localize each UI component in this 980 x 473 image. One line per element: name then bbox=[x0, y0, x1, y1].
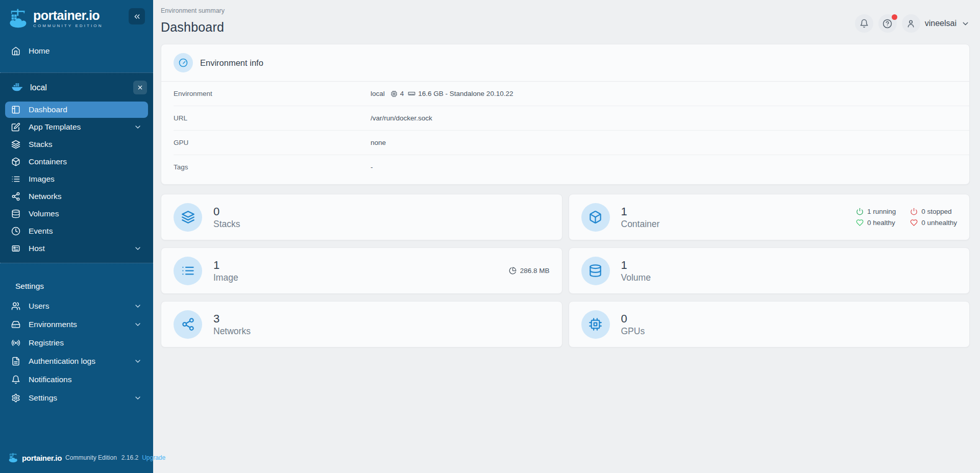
sidebar-item-authentication-logs[interactable]: Authentication logs bbox=[5, 353, 148, 369]
sidebar-item-label: Settings bbox=[29, 393, 57, 403]
sidebar-item-host[interactable]: Host bbox=[5, 240, 148, 257]
sidebar-item-networks[interactable]: Networks bbox=[5, 188, 148, 205]
heart-icon bbox=[856, 219, 864, 227]
info-value: local 4 16.6 GB - Standalone 20.10.22 bbox=[371, 90, 513, 97]
stacks-label: Stacks bbox=[213, 219, 240, 230]
image-label: Image bbox=[213, 272, 238, 283]
close-icon bbox=[137, 84, 143, 91]
list-icon bbox=[181, 264, 195, 278]
radio-icon bbox=[11, 338, 20, 347]
networks-label: Networks bbox=[213, 326, 251, 337]
sidebar-item-environments[interactable]: Environments bbox=[5, 316, 148, 333]
info-row-tags: Tags - bbox=[174, 155, 969, 179]
main-content: Environment summary Dashboard vineelsai bbox=[153, 0, 980, 473]
sidebar-item-label: Events bbox=[29, 227, 53, 236]
sidebar-item-containers[interactable]: Containers bbox=[5, 154, 148, 170]
container-icon-circle bbox=[581, 203, 610, 232]
environment-name: local bbox=[30, 83, 47, 92]
footer-version: 2.16.2 bbox=[121, 454, 138, 461]
brand-name: portainer.io bbox=[33, 9, 103, 22]
sidebar-item-label: Containers bbox=[29, 157, 67, 166]
sidebar-item-images[interactable]: Images bbox=[5, 171, 148, 187]
info-value: /var/run/docker.sock bbox=[371, 114, 432, 122]
page-title: Dashboard bbox=[161, 20, 225, 35]
sidebar-item-volumes[interactable]: Volumes bbox=[5, 206, 148, 222]
user-menu[interactable]: vineelsai bbox=[902, 14, 970, 33]
environment-header[interactable]: local bbox=[0, 76, 153, 101]
box-icon bbox=[589, 210, 602, 224]
gpus-icon-circle bbox=[581, 310, 610, 339]
notifications-button[interactable] bbox=[855, 14, 873, 33]
portainer-app: portainer.io COMMUNITY EDITION Home loca… bbox=[0, 0, 980, 473]
image-size-stat: 286.8 MB bbox=[509, 267, 550, 275]
gpus-card[interactable]: 0 GPUs bbox=[569, 301, 970, 347]
image-card[interactable]: 1 Image 286.8 MB bbox=[161, 247, 562, 294]
volume-card[interactable]: 1 Volume bbox=[569, 247, 970, 294]
sidebar-header: portainer.io COMMUNITY EDITION bbox=[0, 0, 153, 32]
header-actions: vineelsai bbox=[855, 14, 970, 33]
image-size: 286.8 MB bbox=[520, 267, 550, 275]
database-icon bbox=[589, 264, 602, 278]
page-header: Environment summary Dashboard vineelsai bbox=[161, 7, 970, 35]
sidebar-item-notifications[interactable]: Notifications bbox=[5, 371, 148, 388]
networks-card[interactable]: 3 Networks bbox=[161, 301, 562, 347]
sidebar-item-label: Images bbox=[29, 175, 55, 184]
environment-name-value: local bbox=[371, 90, 385, 97]
sidebar-item-label: Registries bbox=[29, 338, 64, 347]
gpus-count: 0 bbox=[621, 312, 645, 326]
footer-edition: Community Edition bbox=[65, 454, 117, 461]
chevron-down-icon bbox=[134, 123, 142, 131]
brand-edition: COMMUNITY EDITION bbox=[33, 23, 103, 28]
host-icon bbox=[11, 244, 20, 253]
user-icon bbox=[906, 19, 916, 29]
sidebar-item-label: Volumes bbox=[29, 209, 59, 218]
environment-info-header: Environment info bbox=[161, 44, 969, 82]
info-row-url: URL /var/run/docker.sock bbox=[174, 106, 969, 131]
close-environment-button[interactable] bbox=[133, 81, 147, 94]
sidebar-item-label: Authentication logs bbox=[29, 357, 95, 366]
sidebar-item-label: Environments bbox=[29, 320, 77, 329]
sidebar-item-events[interactable]: Events bbox=[5, 223, 148, 239]
sidebar-item-users[interactable]: Users bbox=[5, 298, 148, 314]
gear-icon bbox=[11, 393, 20, 403]
environment-info-panel: Environment info Environment local 4 16.… bbox=[161, 44, 970, 185]
stacks-count: 0 bbox=[213, 205, 240, 219]
environment-info-title: Environment info bbox=[200, 58, 263, 68]
image-icon-circle bbox=[174, 257, 202, 285]
chevron-down-icon bbox=[134, 320, 142, 329]
users-icon bbox=[11, 302, 20, 311]
sidebar-item-registries[interactable]: Registries bbox=[5, 335, 148, 351]
sidebar-item-home[interactable]: Home bbox=[5, 43, 148, 59]
sidebar-collapse-button[interactable] bbox=[129, 8, 145, 24]
dashboard-icon bbox=[11, 105, 20, 114]
sidebar-item-settings[interactable]: Settings bbox=[5, 390, 148, 406]
sidebar-item-app-templates[interactable]: App Templates bbox=[5, 119, 148, 135]
image-count: 1 bbox=[213, 258, 238, 272]
stacks-card[interactable]: 0 Stacks bbox=[161, 194, 562, 240]
chevrons-left-icon bbox=[133, 12, 141, 21]
volume-count: 1 bbox=[621, 258, 651, 272]
cpu-count: 4 bbox=[400, 90, 404, 97]
container-card[interactable]: 1 Container 1 running 0 stopped 0 health… bbox=[569, 194, 970, 240]
help-circle-icon bbox=[883, 19, 892, 29]
info-label: Environment bbox=[174, 90, 371, 97]
sidebar-item-label: Home bbox=[29, 46, 50, 56]
share-icon bbox=[11, 192, 20, 201]
sidebar: portainer.io COMMUNITY EDITION Home loca… bbox=[0, 0, 153, 473]
bell-icon bbox=[860, 19, 869, 28]
sidebar-item-label: Dashboard bbox=[29, 105, 67, 114]
help-button[interactable] bbox=[878, 14, 897, 33]
sidebar-item-dashboard[interactable]: Dashboard bbox=[5, 102, 148, 118]
gauge-icon-circle bbox=[174, 53, 193, 72]
volume-icon-circle bbox=[581, 257, 610, 285]
bell-icon bbox=[11, 375, 20, 384]
database-icon bbox=[11, 209, 20, 218]
hard-drive-icon bbox=[11, 320, 20, 329]
sidebar-item-stacks[interactable]: Stacks bbox=[5, 136, 148, 153]
unhealthy-stat: 0 unhealthy bbox=[910, 219, 957, 227]
pie-chart-icon bbox=[509, 267, 517, 275]
docker-whale-icon bbox=[11, 82, 23, 93]
cpu-icon bbox=[390, 90, 398, 97]
info-label: GPU bbox=[174, 139, 371, 146]
memory-detail: 16.6 GB - Standalone 20.10.22 bbox=[418, 90, 513, 97]
